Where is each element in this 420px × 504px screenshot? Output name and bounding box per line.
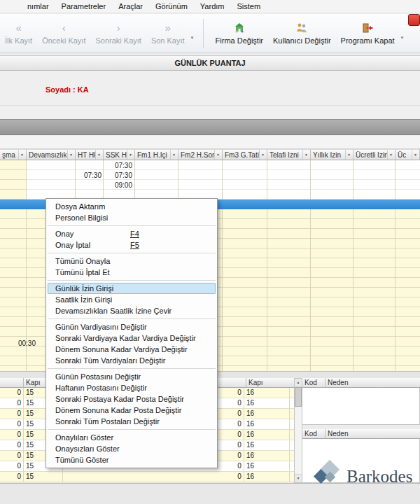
menu-separator (48, 280, 216, 281)
menubar-item-3[interactable]: Görünüm (149, 0, 194, 13)
table-cell: 0 (0, 419, 24, 430)
menubar-item-5[interactable]: Sistem (230, 0, 267, 13)
menu-item-label: Devamsızlıkları Saatlik İzine Çevir (55, 307, 172, 315)
column-header-10[interactable]: Üc▼ (396, 149, 420, 160)
menu-item-0[interactable]: Dosya Aktarım (46, 201, 217, 212)
menu-item-20[interactable]: Sonraki Postaya Kadar Posta Değiştir (46, 393, 217, 405)
menu-separator (48, 253, 216, 253)
column-header-4[interactable]: Fm1 H.İçi▼ (135, 149, 178, 160)
column-dropdown-icon[interactable]: ▼ (345, 150, 352, 160)
column-dropdown-icon[interactable]: ▼ (412, 150, 419, 160)
column-header-neden[interactable]: Neden (326, 378, 420, 388)
menu-separator (48, 429, 216, 430)
column-header-label: Fm2 H.Sonu (181, 151, 214, 159)
cell-value-ssk-row3: 09:00 (104, 181, 132, 190)
table-cell: 16 (244, 461, 290, 472)
close-program-dropdown-icon[interactable]: ▼ (400, 36, 405, 40)
menubar-item-1[interactable]: Parametreler (55, 0, 113, 13)
column-header-label: Devamsızlık (29, 151, 66, 159)
menu-item-16[interactable]: Sonraki Tüm Vardiyaları Değiştir (46, 355, 217, 366)
menu-item-26[interactable]: Tümünü Göster (46, 454, 217, 465)
menu-item-24[interactable]: Onaylıları Göster (46, 432, 217, 443)
column-header-kod[interactable]: Kod (302, 429, 326, 439)
table-cell: 16 (244, 409, 290, 419)
first-record-icon: « (15, 22, 21, 34)
table-row[interactable]: 016 (197, 472, 294, 482)
menu-item-label: Tümünü Göster (55, 456, 108, 464)
column-header-kapi[interactable]: Kapı (246, 378, 294, 388)
menu-item-14[interactable]: Sonraki Vardiyaya Kadar Vardiya Değiştir (46, 332, 217, 344)
menu-item-22[interactable]: Sonraki Tüm Postaları Değiştir (46, 416, 217, 427)
menu-item-label: Haftanın Postasını Değiştir (55, 384, 147, 392)
up-arrow-icon: ▲ (297, 380, 300, 384)
menu-item-7[interactable]: Tümünü İptal Et (46, 267, 217, 278)
grid-column-line (267, 160, 267, 371)
first-record-button[interactable]: « İlk Kayıt (0, 15, 37, 52)
column-header-2[interactable]: HT Hk▼ (76, 149, 104, 160)
menu-item-11[interactable]: Devamsızlıkları Saatlik İzine Çevir (46, 305, 217, 316)
menubar-item-0[interactable]: nımlar (21, 0, 55, 13)
column-header-blank[interactable] (0, 378, 24, 388)
menu-item-4[interactable]: Onay İptalF5 (46, 239, 217, 251)
column-header-6[interactable]: Fm3 G.Tatil▼ (223, 149, 267, 160)
column-dropdown-icon[interactable]: ▼ (127, 150, 134, 160)
menu-item-9[interactable]: Günlük İzin Girişi (48, 283, 216, 294)
cell-value-ht-row2: 07:30 (76, 172, 102, 180)
close-program-button[interactable]: Programı Kapat (336, 15, 400, 52)
scroll-down-button[interactable]: ▼ (295, 474, 302, 482)
menu-item-1[interactable]: Personel Bilgisi (46, 212, 217, 223)
menu-item-13[interactable]: Günün Vardiyasını Değiştir (46, 321, 217, 332)
menu-item-25[interactable]: Onaysızları Göster (46, 443, 217, 454)
column-header-5[interactable]: Fm2 H.Sonu▼ (178, 149, 223, 160)
column-header-9[interactable]: Ücretli İzin▼ (354, 149, 396, 160)
menu-item-10[interactable]: Saatlik İzin Girişi (46, 294, 217, 305)
reason-panel-top: Kod Neden (302, 378, 420, 425)
column-header-3[interactable]: SSK Hk▼ (104, 149, 135, 160)
column-dropdown-icon[interactable]: ▼ (214, 150, 221, 160)
group-band (0, 119, 420, 135)
menu-item-label: Sonraki Tüm Postaları Değiştir (55, 417, 160, 426)
record-nav-dropdown-icon[interactable]: ▼ (190, 36, 195, 40)
close-window-button[interactable] (408, 14, 420, 26)
scrollbar-thumb[interactable] (295, 387, 302, 407)
last-record-button[interactable]: » Son Kayıt (146, 15, 190, 52)
column-header-7[interactable]: Telafi İzni▼ (267, 149, 311, 160)
menu-item-18[interactable]: Günün Postasını Değiştir (46, 371, 217, 382)
menu-item-15[interactable]: Dönem Sonuna Kadar Vardiya Değiştir (46, 344, 217, 355)
middle-table-scrollbar[interactable]: ▲ ▼ (294, 378, 302, 483)
cell-value-ssk-row1: 07:30 (104, 162, 132, 170)
previous-record-icon: ‹ (62, 22, 66, 34)
column-dropdown-icon[interactable]: ▼ (387, 150, 394, 160)
previous-record-button[interactable]: ‹ Önceki Kayıt (37, 15, 90, 52)
column-header-neden[interactable]: Neden (326, 429, 420, 439)
change-user-button[interactable]: Kullanıcı Değiştir (268, 15, 336, 52)
column-dropdown-icon[interactable]: ▼ (170, 150, 177, 160)
column-dropdown-icon[interactable]: ▼ (67, 150, 74, 160)
menu-item-3[interactable]: OnayF4 (46, 228, 217, 239)
menubar-item-4[interactable]: Yardım (194, 0, 231, 13)
filter-band (0, 136, 420, 149)
toolbar-separator (203, 19, 204, 48)
column-dropdown-icon[interactable]: ▼ (95, 150, 102, 160)
change-company-button[interactable]: Firma Değiştir (211, 15, 268, 52)
reason-list-top[interactable] (302, 388, 420, 425)
column-header-8[interactable]: Yıllık İzin▼ (311, 149, 354, 160)
menu-item-6[interactable]: Tümünü Onayla (46, 255, 217, 267)
menu-item-21[interactable]: Dönem Sonuna Kadar Posta Değiştir (46, 405, 217, 416)
column-header-1[interactable]: Devamsızlık▼ (27, 149, 76, 160)
cell-value-ssk-row2: 07:30 (104, 172, 132, 180)
column-dropdown-icon[interactable]: ▼ (302, 150, 309, 160)
next-record-button[interactable]: › Sonraki Kayıt (90, 15, 146, 52)
column-dropdown-icon[interactable]: ▼ (18, 150, 25, 160)
column-dropdown-icon[interactable]: ▼ (259, 150, 266, 160)
menu-item-label: Günlük İzin Girişi (55, 284, 113, 293)
column-header-label: Fm1 H.İçi (137, 151, 167, 159)
column-header-kod[interactable]: Kod (302, 378, 326, 388)
table-row[interactable]: 015 (0, 472, 197, 482)
next-record-icon: › (117, 22, 120, 34)
menu-item-19[interactable]: Haftanın Postasını Değiştir (46, 382, 217, 393)
column-header-0[interactable]: şma▼ (0, 149, 27, 160)
scroll-up-button[interactable]: ▲ (295, 379, 302, 387)
menubar-item-2[interactable]: Araçlar (112, 0, 149, 13)
menu-separator (48, 318, 216, 319)
